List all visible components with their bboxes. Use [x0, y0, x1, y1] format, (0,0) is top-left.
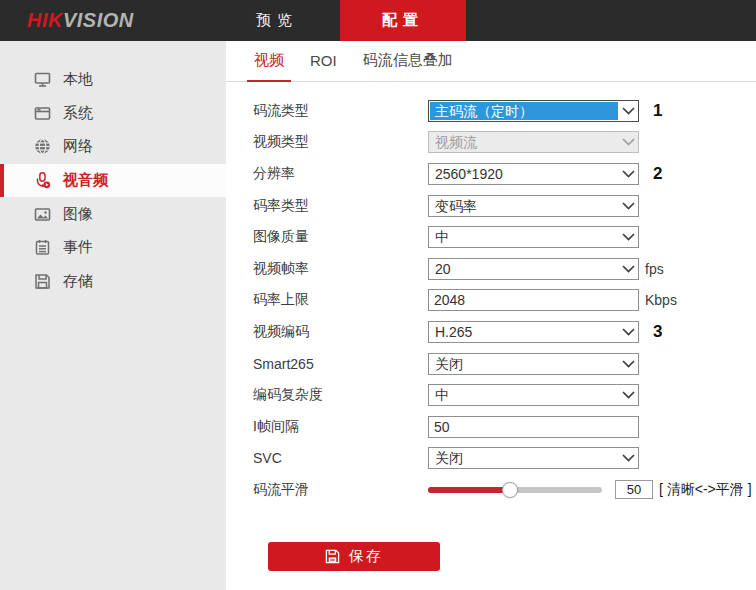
chevron-down-icon — [618, 391, 638, 399]
sidebar-item-network[interactable]: 网络 — [0, 130, 226, 164]
microphone-icon — [34, 172, 51, 189]
slider-hint-clear-smooth: [ 清晰<->平滑 ] — [659, 481, 752, 499]
selected-value: 中 — [430, 386, 618, 404]
sidebar-item-video-audio[interactable]: 视音频 — [0, 164, 226, 198]
annotation-2: 2 — [653, 164, 662, 184]
notepad-icon — [34, 239, 51, 256]
field-label: 码流类型 — [253, 102, 428, 120]
sidebar-item-label: 存储 — [63, 272, 93, 291]
field-label: 分辨率 — [253, 165, 428, 183]
chevron-down-icon — [618, 233, 638, 241]
selected-value: 视频流 — [430, 133, 618, 151]
field-label: 视频编码 — [253, 323, 428, 341]
form-row-video-encoding: 视频编码 H.265 3 — [226, 316, 756, 348]
form-row-encoding-complexity: 编码复杂度 中 — [226, 379, 756, 411]
chevron-down-icon — [618, 360, 638, 368]
form-row-resolution: 分辨率 2560*1920 2 — [226, 158, 756, 190]
nav-preview[interactable]: 预览 — [214, 0, 340, 41]
chevron-down-icon — [618, 202, 638, 210]
floppy-icon — [34, 273, 51, 290]
chevron-down-icon — [618, 328, 638, 336]
field-label: 码率类型 — [253, 197, 428, 215]
chevron-down-icon — [618, 138, 638, 146]
slider-fill — [428, 487, 506, 493]
sidebar-item-label: 系统 — [63, 104, 93, 123]
field-label: 码流平滑 — [253, 481, 428, 499]
top-bar: HIKVISION 预览 配置 — [0, 0, 756, 41]
field-label: 图像质量 — [253, 228, 428, 246]
nav-config[interactable]: 配置 — [340, 0, 466, 41]
sidebar-item-event[interactable]: 事件 — [0, 231, 226, 265]
sidebar-item-label: 网络 — [63, 137, 93, 156]
form-row-svc: SVC 关闭 — [226, 443, 756, 475]
selected-value: 主码流（定时） — [430, 102, 618, 120]
content-tabs: 视频 ROI 码流信息叠加 — [226, 41, 756, 82]
chevron-down-icon — [618, 454, 638, 462]
field-label: I帧间隔 — [253, 418, 428, 436]
annotation-1: 1 — [653, 101, 662, 121]
globe-icon — [34, 138, 51, 155]
window-icon — [34, 105, 51, 122]
field-label: SVC — [253, 450, 428, 466]
form-row-bitrate-type: 码率类型 变码率 — [226, 190, 756, 222]
sidebar-item-label: 本地 — [63, 70, 93, 89]
encoding-complexity-select[interactable]: 中 — [428, 384, 639, 406]
iframe-interval-input[interactable] — [428, 416, 639, 438]
form-row-video-type: 视频类型 视频流 — [226, 127, 756, 159]
main-content: 视频 ROI 码流信息叠加 码流类型 主码流（定时） 1 视频类型 视频流 — [226, 41, 756, 590]
image-icon — [34, 206, 51, 223]
tab-roi[interactable]: ROI — [303, 41, 344, 82]
selected-value: 2560*1920 — [430, 165, 618, 183]
hikvision-config-page: HIKVISION 预览 配置 本地 系统 网络 视音频 图像 — [0, 0, 756, 590]
form-row-stream-type: 码流类型 主码流（定时） 1 — [226, 95, 756, 127]
image-quality-select[interactable]: 中 — [428, 226, 639, 248]
sidebar-item-label: 视音频 — [63, 171, 108, 190]
save-button[interactable]: 保存 — [268, 542, 440, 571]
selected-value: 变码率 — [430, 197, 618, 215]
annotation-3: 3 — [653, 322, 662, 342]
svc-select[interactable]: 关闭 — [428, 447, 639, 469]
selected-value: 中 — [430, 228, 618, 246]
unit-kbps: Kbps — [645, 292, 677, 308]
form-row-iframe-interval: I帧间隔 — [226, 411, 756, 443]
form-row-stream-smoothing: 码流平滑 [ 清晰<->平滑 ] — [226, 474, 756, 506]
monitor-icon — [34, 71, 51, 88]
form-row-smart265: Smart265 关闭 — [226, 348, 756, 380]
smart265-select[interactable]: 关闭 — [428, 353, 639, 375]
video-encoding-select[interactable]: H.265 — [428, 321, 639, 343]
save-button-label: 保存 — [349, 547, 383, 566]
bitrate-type-select[interactable]: 变码率 — [428, 195, 639, 217]
tab-video[interactable]: 视频 — [247, 41, 291, 82]
selected-value: 关闭 — [430, 355, 618, 373]
frame-rate-select[interactable]: 20 — [428, 258, 639, 280]
sidebar-item-image[interactable]: 图像 — [0, 197, 226, 231]
sidebar-item-storage[interactable]: 存储 — [0, 265, 226, 299]
chevron-down-icon — [618, 170, 638, 178]
max-bitrate-input[interactable] — [428, 289, 639, 311]
sidebar-item-local[interactable]: 本地 — [0, 63, 226, 97]
sidebar-item-system[interactable]: 系统 — [0, 97, 226, 131]
chevron-down-icon — [618, 107, 638, 115]
video-settings-form: 码流类型 主码流（定时） 1 视频类型 视频流 分辨率 2560*1920 — [226, 95, 756, 506]
sidebar-item-label: 事件 — [63, 238, 93, 257]
save-disk-icon — [325, 549, 340, 564]
selected-value: 关闭 — [430, 449, 618, 467]
form-row-image-quality: 图像质量 中 — [226, 221, 756, 253]
stream-type-select[interactable]: 主码流（定时） — [428, 100, 639, 122]
field-label: 视频类型 — [253, 133, 428, 151]
logo-vision: VISION — [63, 9, 134, 31]
field-label: 视频帧率 — [253, 260, 428, 278]
hikvision-logo: HIKVISION — [27, 0, 134, 41]
slider-thumb[interactable] — [502, 482, 518, 498]
stream-smoothing-value-input[interactable] — [615, 480, 653, 499]
stream-smoothing-slider[interactable] — [428, 479, 602, 501]
logo-hik: HIK — [27, 9, 63, 31]
chevron-down-icon — [618, 265, 638, 273]
field-label: 编码复杂度 — [253, 386, 428, 404]
form-row-frame-rate: 视频帧率 20 fps — [226, 253, 756, 285]
field-label: Smart265 — [253, 356, 428, 372]
tab-stream-info-overlay[interactable]: 码流信息叠加 — [356, 41, 460, 82]
unit-fps: fps — [645, 261, 664, 277]
sidebar: 本地 系统 网络 视音频 图像 事件 存储 — [0, 41, 226, 590]
resolution-select[interactable]: 2560*1920 — [428, 163, 639, 185]
